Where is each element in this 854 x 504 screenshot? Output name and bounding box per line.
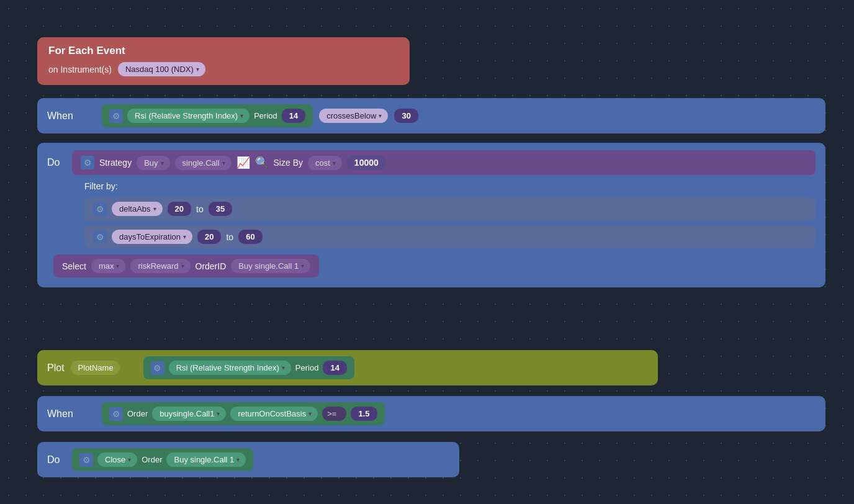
period1-value[interactable]: 14 bbox=[282, 109, 305, 123]
chevron-down-icon: ▾ bbox=[338, 410, 341, 417]
filter1-to-label: to bbox=[196, 204, 204, 214]
do2-gear-icon[interactable]: ⚙ bbox=[79, 453, 93, 467]
indicator1-dropdown[interactable]: Rsi (Relative Strength Index) ▾ bbox=[127, 109, 249, 123]
plot-inner-block: ⚙ Rsi (Relative Strength Index) ▾ Period… bbox=[143, 356, 354, 379]
size-amount-value[interactable]: 10000 bbox=[347, 155, 386, 170]
select-func-dropdown[interactable]: max ▾ bbox=[91, 259, 126, 273]
size-by-dropdown[interactable]: cost ▾ bbox=[308, 156, 342, 170]
condition1-value[interactable]: 30 bbox=[394, 109, 418, 123]
chevron-down-icon: ▾ bbox=[236, 456, 240, 463]
when2-block: When ⚙ Order buysingle.Call1 ▾ returnOnC… bbox=[37, 396, 825, 431]
chart-search-icon[interactable]: 🔍 bbox=[255, 156, 269, 169]
strategy-gear-icon[interactable]: ⚙ bbox=[81, 156, 94, 169]
size-by-label: Size By bbox=[274, 158, 303, 168]
chevron-down-icon: ▾ bbox=[379, 112, 382, 119]
filter1-from-value[interactable]: 20 bbox=[168, 202, 191, 216]
chevron-down-icon: ▾ bbox=[282, 364, 285, 371]
do1-outer-block: Do ⚙ Strategy Buy ▾ single.Call ▾ 📈 🔍 Si… bbox=[37, 143, 825, 287]
condition1-dropdown[interactable]: crossesBelow ▾ bbox=[319, 109, 388, 123]
filter2-to-value[interactable]: 60 bbox=[238, 230, 262, 244]
chart-line-icon[interactable]: 📈 bbox=[236, 156, 250, 169]
chevron-down-icon: ▾ bbox=[183, 233, 186, 240]
chevron-down-icon: ▾ bbox=[161, 160, 164, 166]
do1-label: Do bbox=[47, 157, 66, 168]
filter2-from-value[interactable]: 20 bbox=[197, 230, 221, 244]
filter-row-1: ⚙ deltaAbs ▾ 20 to 35 bbox=[84, 197, 816, 220]
order-value-dropdown[interactable]: buysingle.Call1 ▾ bbox=[152, 407, 226, 421]
when2-value[interactable]: 1.5 bbox=[351, 407, 377, 421]
order-id-label: OrderID bbox=[196, 261, 227, 271]
close-action-dropdown[interactable]: Close ▾ bbox=[97, 452, 137, 467]
chevron-down-icon: ▾ bbox=[333, 160, 336, 166]
select-label: Select bbox=[62, 261, 86, 271]
when1-label: When bbox=[47, 110, 78, 122]
order-id-dropdown[interactable]: Buy single.Call 1 ▾ bbox=[231, 259, 310, 273]
when1-gear-icon[interactable]: ⚙ bbox=[109, 109, 123, 123]
plot-connector bbox=[126, 358, 137, 378]
on-instrument-label: on Instrument(s) bbox=[48, 65, 112, 74]
filter-by-label: Filter by: bbox=[84, 181, 816, 191]
operator-dropdown[interactable]: >= ▾ bbox=[322, 407, 346, 421]
type-dropdown[interactable]: single.Call ▾ bbox=[175, 156, 231, 170]
when2-label: When bbox=[47, 408, 78, 420]
do1-row: Do ⚙ Strategy Buy ▾ single.Call ▾ 📈 🔍 Si… bbox=[47, 150, 816, 175]
do2-label: Do bbox=[47, 454, 66, 466]
select-row: Select max ▾ riskReward ▾ OrderID Buy si… bbox=[53, 254, 319, 277]
order-label: Order bbox=[127, 409, 148, 418]
plot-indicator-dropdown[interactable]: Rsi (Relative Strength Index) ▾ bbox=[169, 361, 291, 375]
chevron-down-icon: ▾ bbox=[181, 263, 184, 269]
filter1-field-dropdown[interactable]: deltaAbs ▾ bbox=[112, 202, 163, 216]
filter2-field-dropdown[interactable]: daysToExpiration ▾ bbox=[112, 230, 192, 244]
plot-period-label: Period bbox=[295, 363, 319, 372]
for-each-event-block: For Each Event on Instrument(s) Nasdaq 1… bbox=[37, 37, 410, 85]
do2-order-value-dropdown[interactable]: Buy single.Call 1 ▾ bbox=[166, 452, 246, 467]
when1-inner-block: ⚙ Rsi (Relative Strength Index) ▾ Period… bbox=[102, 104, 313, 127]
chevron-down-icon: ▾ bbox=[217, 410, 220, 417]
condition-field-dropdown[interactable]: returnOnCostBasis ▾ bbox=[230, 407, 318, 421]
filter1-to-value[interactable]: 35 bbox=[209, 202, 232, 216]
do2-block: Do ⚙ Close ▾ Order Buy single.Call 1 ▾ bbox=[37, 442, 459, 477]
filter-row-2: ⚙ daysToExpiration ▾ 20 to 60 bbox=[84, 225, 816, 248]
chevron-down-icon: ▾ bbox=[240, 112, 243, 119]
chevron-down-icon: ▾ bbox=[153, 205, 156, 212]
plot-gear-icon[interactable]: ⚙ bbox=[151, 361, 164, 375]
when1-block: When ⚙ Rsi (Relative Strength Index) ▾ P… bbox=[37, 98, 825, 133]
strategy-block: ⚙ Strategy Buy ▾ single.Call ▾ 📈 🔍 Size … bbox=[72, 150, 816, 175]
when2-gear-icon[interactable]: ⚙ bbox=[109, 407, 123, 421]
filter-section: Filter by: ⚙ deltaAbs ▾ 20 to 35 ⚙ daysT… bbox=[84, 181, 816, 248]
when2-connector bbox=[84, 404, 96, 424]
filter2-gear-icon[interactable]: ⚙ bbox=[93, 230, 107, 244]
plot-label: Plot bbox=[47, 362, 65, 374]
chevron-down-icon: ▾ bbox=[301, 263, 304, 269]
chevron-down-icon: ▾ bbox=[116, 263, 119, 269]
do2-inner-block: ⚙ Close ▾ Order Buy single.Call 1 ▾ bbox=[72, 448, 253, 471]
chevron-down-icon: ▾ bbox=[128, 456, 131, 463]
connector-nub bbox=[84, 106, 96, 126]
for-each-title: For Each Event bbox=[48, 45, 398, 57]
do2-order-label: Order bbox=[142, 455, 162, 464]
select-field-dropdown[interactable]: riskReward ▾ bbox=[130, 259, 190, 273]
chevron-down-icon: ▾ bbox=[222, 160, 225, 166]
plot-name-dropdown[interactable]: PlotName bbox=[71, 361, 120, 375]
when2-inner-block: ⚙ Order buysingle.Call1 ▾ returnOnCostBa… bbox=[102, 402, 385, 425]
strategy-label: Strategy bbox=[99, 158, 132, 168]
action-dropdown[interactable]: Buy ▾ bbox=[137, 156, 169, 170]
instrument-dropdown[interactable]: Nasdaq 100 (NDX) ▾ bbox=[118, 62, 205, 76]
chevron-down-icon: ▾ bbox=[196, 66, 199, 73]
filter2-to-label: to bbox=[226, 232, 233, 242]
chevron-down-icon: ▾ bbox=[308, 410, 312, 417]
filter1-gear-icon[interactable]: ⚙ bbox=[93, 202, 107, 216]
plot-period-value[interactable]: 14 bbox=[323, 361, 346, 375]
plot-block: Plot PlotName ⚙ Rsi (Relative Strength I… bbox=[37, 350, 658, 385]
period-label: Period bbox=[254, 111, 277, 120]
